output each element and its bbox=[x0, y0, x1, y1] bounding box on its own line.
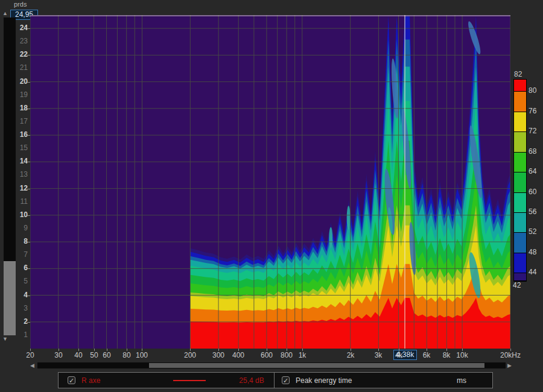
y-axis-label: 22 bbox=[10, 51, 28, 58]
measurement-app-window: prds 24,95 ▲ ▼ 4,38k 82 42 ◀ ▶ ✓ R axe 2… bbox=[0, 0, 543, 392]
colorbar-block bbox=[514, 213, 526, 233]
peak-energy-label: Peak energy time bbox=[296, 376, 352, 385]
peak-energy-panel: ✓ Peak energy time ms bbox=[274, 372, 493, 388]
peak-energy-unit: ms bbox=[443, 376, 480, 385]
r-axe-line-swatch bbox=[173, 380, 206, 381]
sonogram-plot[interactable] bbox=[30, 15, 510, 349]
sonogram-svg[interactable] bbox=[30, 15, 510, 349]
x-axis-label: 200 bbox=[184, 351, 196, 359]
x-axis-label: 20 bbox=[26, 351, 34, 359]
y-axis-label: 7 bbox=[10, 251, 28, 258]
y-axis-label: 8 bbox=[10, 238, 28, 245]
y-axis-label: 9 bbox=[10, 224, 28, 232]
y-axis-label: 1 bbox=[10, 331, 28, 338]
x-axis-label: 30 bbox=[54, 351, 62, 359]
peak-energy-checkbox[interactable]: ✓ bbox=[282, 376, 290, 384]
y-axis-tick bbox=[27, 135, 30, 136]
y-axis-tick bbox=[27, 242, 30, 242]
y-axis-label: 21 bbox=[10, 64, 28, 71]
x-axis-label: 3k bbox=[375, 351, 383, 359]
x-axis-label: 60 bbox=[103, 351, 110, 359]
colorbar-top-label: 82 bbox=[514, 71, 522, 78]
colorbar-block bbox=[514, 233, 526, 253]
y-axis-unit-label: prds bbox=[14, 1, 27, 8]
y-axis-tick bbox=[27, 162, 30, 162]
y-axis-tick bbox=[27, 55, 30, 55]
colorbar-block bbox=[514, 92, 526, 112]
x-axis-label: 600 bbox=[261, 351, 273, 359]
y-axis-label: 18 bbox=[10, 104, 28, 112]
x-axis-label: 6k bbox=[423, 351, 431, 359]
x-axis-label: 4k bbox=[395, 351, 403, 359]
x-axis-label: 80 bbox=[122, 351, 130, 359]
r-axe-checkbox[interactable]: ✓ bbox=[68, 376, 75, 384]
colorbar-tick-label: 60 bbox=[529, 188, 536, 196]
colorbar-tick-label: 56 bbox=[529, 208, 536, 216]
r-axe-label: R axe bbox=[81, 376, 100, 385]
colorbar-block bbox=[514, 153, 526, 172]
colorbar-block bbox=[514, 132, 526, 153]
y-axis-label: 19 bbox=[10, 91, 28, 98]
y-axis-label: 12 bbox=[10, 185, 28, 192]
y-axis-tick bbox=[27, 189, 30, 189]
colorbar-tick-label: 68 bbox=[529, 148, 536, 156]
x-axis-label: 8k bbox=[443, 351, 451, 359]
y-axis-tick bbox=[27, 268, 30, 269]
y-axis-tick bbox=[27, 322, 30, 323]
y-axis-label: 14 bbox=[10, 157, 28, 165]
x-axis-label: 20kHz bbox=[500, 351, 521, 359]
colorbar-block bbox=[514, 80, 526, 92]
colorbar-block bbox=[514, 172, 526, 193]
decay-streak-core bbox=[329, 227, 332, 248]
decay-streak-core bbox=[347, 206, 351, 230]
colorbar-block bbox=[514, 112, 526, 132]
r-axe-panel: ✓ R axe 25,4 dB bbox=[58, 372, 275, 388]
scrollbar-down-arrow-icon[interactable]: ▼ bbox=[2, 336, 8, 342]
x-axis-label: 800 bbox=[281, 351, 293, 359]
colorbar-block bbox=[514, 253, 526, 273]
x-axis-label: 300 bbox=[212, 351, 224, 359]
x-axis-label: 1k bbox=[299, 351, 306, 359]
y-axis-label: 4 bbox=[10, 291, 28, 299]
y-axis-tick bbox=[27, 28, 30, 29]
colorbar-tick-label: 72 bbox=[529, 127, 536, 135]
x-axis-label: 2k bbox=[347, 351, 355, 359]
y-axis-label: 15 bbox=[10, 144, 28, 151]
y-axis-label: 6 bbox=[10, 264, 28, 271]
colorbar-bottom-label: 42 bbox=[513, 282, 521, 289]
colorbar-tick-label: 80 bbox=[529, 87, 536, 95]
colorbar-block bbox=[514, 193, 526, 213]
x-axis-label: 400 bbox=[232, 351, 244, 359]
y-axis-label: 24 bbox=[10, 24, 28, 31]
colorbar-tick-label: 44 bbox=[529, 268, 536, 276]
scrollbar-up-arrow-icon[interactable]: ▲ bbox=[2, 10, 8, 16]
y-axis-label: 3 bbox=[10, 305, 28, 312]
colorbar bbox=[513, 79, 527, 282]
y-axis-label: 13 bbox=[10, 171, 28, 178]
scrollbar-left-arrow-icon[interactable]: ◀ bbox=[30, 362, 34, 368]
x-axis-label: 10k bbox=[456, 351, 468, 359]
y-axis-tick bbox=[27, 215, 30, 216]
y-axis-tick bbox=[27, 82, 30, 83]
y-axis-label: 16 bbox=[10, 131, 28, 138]
y-axis-label: 20 bbox=[10, 78, 28, 85]
colorbar-block bbox=[514, 273, 526, 281]
scrollbar-right-arrow-icon[interactable]: ▶ bbox=[507, 362, 512, 368]
colorbar-tick-label: 76 bbox=[529, 107, 536, 115]
x-axis-label: 50 bbox=[90, 351, 98, 359]
y-axis-label: 2 bbox=[10, 318, 28, 325]
colorbar-tick-label: 52 bbox=[529, 228, 536, 236]
colorbar-tick-label: 64 bbox=[529, 168, 536, 175]
y-axis-label: 23 bbox=[10, 37, 28, 45]
y-axis-label: 17 bbox=[10, 118, 28, 125]
x-axis-label: 100 bbox=[136, 351, 148, 359]
y-axis-label: 11 bbox=[10, 198, 28, 205]
y-axis-label: 5 bbox=[10, 277, 28, 285]
y-axis-tick bbox=[27, 109, 30, 109]
y-axis-label: 10 bbox=[10, 211, 28, 218]
y-axis-tick bbox=[27, 296, 30, 296]
r-axe-value: 25,4 dB bbox=[221, 376, 282, 385]
horizontal-scrollbar-thumb[interactable] bbox=[149, 363, 484, 368]
colorbar-tick-label: 48 bbox=[529, 248, 536, 256]
x-axis-label: 40 bbox=[74, 351, 82, 359]
